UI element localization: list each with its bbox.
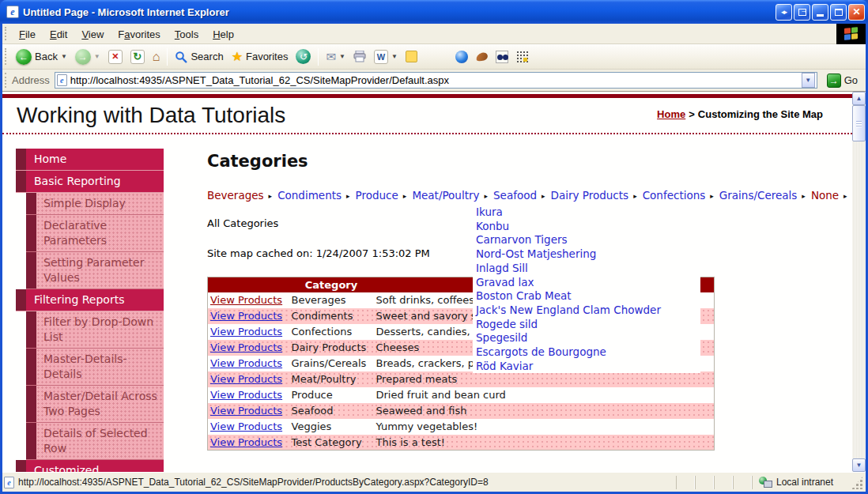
chevron-down-icon: ▼ <box>61 53 67 60</box>
header-dotted-divider <box>2 133 852 134</box>
toolbar-grip[interactable] <box>5 48 9 66</box>
search-button[interactable]: Search <box>171 48 227 66</box>
view-products-link[interactable]: View Products <box>210 341 282 353</box>
table-row-seafood: View ProductsSeafoodSeaweed and fish <box>208 403 715 419</box>
debugger-button[interactable] <box>512 48 532 65</box>
sidebar-item-declarative-parameters[interactable]: Declarative Parameters <box>26 215 164 252</box>
menu-edit[interactable]: Edit <box>43 26 74 43</box>
window-frame <box>0 24 2 494</box>
product-link-escargots-de-bourgogne[interactable]: Escargots de Bourgogne <box>476 345 606 358</box>
category-link-condiments[interactable]: Condiments <box>277 189 342 202</box>
sidebar-item-master-detail-across-two-pages[interactable]: Master/Detail Across Two Pages <box>26 386 164 423</box>
view-products-link[interactable]: View Products <box>210 420 282 432</box>
edit-with-word-button[interactable]: W ▼ <box>370 47 402 66</box>
sidebar-item-customized[interactable]: Customized <box>16 460 164 472</box>
sidebar-item-details-of-selected-row[interactable]: Details of Selected Row <box>26 423 164 460</box>
minimize-button[interactable] <box>812 4 828 21</box>
category-link-beverages[interactable]: Beverages <box>207 189 264 202</box>
menu-file[interactable]: File <box>12 26 43 43</box>
category-link-dairy-products[interactable]: Dairy Products <box>551 189 629 202</box>
scrollbar-thumb[interactable] <box>852 105 866 141</box>
sidebar-item-simple-display[interactable]: Simple Display <box>26 193 164 215</box>
scroll-down-button[interactable]: ▼ <box>852 458 866 472</box>
product-link-rogede-sild[interactable]: Rogede sild <box>476 318 538 330</box>
sidebar-item-label: Customized <box>26 460 164 472</box>
forward-button[interactable]: → ▼ <box>71 47 104 67</box>
category-link-produce[interactable]: Produce <box>356 189 398 202</box>
product-link-r-d-kaviar[interactable]: Röd Kaviar <box>476 360 533 372</box>
research-icon <box>496 51 508 63</box>
address-input[interactable]: e http://localhost:4935/ASPNET_Data_Tuto… <box>55 72 817 89</box>
favorites-button[interactable]: ★ Favorites <box>228 47 292 66</box>
product-link-jack-s-new-england-clam-chowder[interactable]: Jack's New England Clam Chowder <box>476 304 661 316</box>
sidebar-item-basic-reporting[interactable]: Basic Reporting <box>16 171 164 193</box>
view-products-link[interactable]: View Products <box>210 294 282 306</box>
menu-bar: FileEditViewFavoritesToolsHelp <box>2 24 866 44</box>
addon-button[interactable] <box>472 51 492 63</box>
sidebar-item-setting-parameter-values[interactable]: Setting Parameter Values <box>26 252 164 289</box>
close-button[interactable]: ✕ <box>848 4 865 21</box>
sidebar-accent-bar <box>26 311 36 348</box>
category-link-seafood[interactable]: Seafood <box>493 189 537 202</box>
refresh-button[interactable]: ↻ <box>126 47 149 66</box>
view-products-link[interactable]: View Products <box>210 310 282 322</box>
maximize-button[interactable] <box>830 4 847 21</box>
view-products-link[interactable]: View Products <box>210 373 282 385</box>
product-link-boston-crab-meat[interactable]: Boston Crab Meat <box>476 289 572 302</box>
view-products-link[interactable]: View Products <box>210 405 282 417</box>
sidebar-item-filtering-reports[interactable]: Filtering Reports <box>16 289 164 311</box>
stop-button[interactable]: ✕ <box>104 47 126 66</box>
view-products-link[interactable]: View Products <box>210 357 282 369</box>
view-products-link[interactable]: View Products <box>210 326 282 338</box>
menu-help[interactable]: Help <box>206 26 241 43</box>
sidebar-item-home[interactable]: Home <box>16 149 164 171</box>
title-bar[interactable]: e Untitled Page - Microsoft Internet Exp… <box>0 0 868 24</box>
breadcrumb-home-link[interactable]: Home <box>657 108 685 120</box>
category-link-none[interactable]: None <box>811 189 839 202</box>
category-cell: Produce <box>289 387 374 403</box>
category-cell: Veggies <box>289 419 374 435</box>
sidebar-item-filter-by-drop-down-list[interactable]: Filter by Drop-Down List <box>26 311 164 349</box>
sidebar-item-label: Filtering Reports <box>26 289 164 311</box>
resize-grip[interactable] <box>851 475 864 489</box>
home-button[interactable]: ⌂ <box>149 47 164 66</box>
view-products-link[interactable]: View Products <box>210 389 282 401</box>
product-link-gravad-lax[interactable]: Gravad lax <box>476 276 534 288</box>
toolbar-separator <box>318 48 319 66</box>
product-link-konbu[interactable]: Konbu <box>476 220 509 232</box>
menu-favorites[interactable]: Favorites <box>111 26 167 43</box>
view-products-link[interactable]: View Products <box>210 436 282 448</box>
back-button[interactable]: ← Back ▼ <box>12 47 71 67</box>
category-link-grains-cereals[interactable]: Grains/Cereals <box>719 189 798 202</box>
actions-column-header <box>208 277 289 292</box>
product-link-carnarvon-tigers[interactable]: Carnarvon Tigers <box>476 233 568 246</box>
address-dropdown-button[interactable]: ▼ <box>802 73 815 88</box>
refresh-icon: ↻ <box>130 50 145 64</box>
product-link-nord-ost-matjeshering[interactable]: Nord-Ost Matjeshering <box>476 247 596 260</box>
go-button[interactable]: → Go <box>824 73 861 89</box>
product-menu-item: Escargots de Bourgogne <box>476 345 700 360</box>
research-button[interactable] <box>492 48 512 66</box>
print-button[interactable] <box>349 48 370 65</box>
resize-horizontal-button[interactable]: ◂▸ <box>776 4 792 21</box>
popout-button[interactable] <box>794 4 810 21</box>
category-link-confections[interactable]: Confections <box>643 189 706 202</box>
messenger-button[interactable] <box>451 48 472 66</box>
product-link-inlagd-sill[interactable]: Inlagd Sill <box>476 262 528 274</box>
product-link-ikura[interactable]: Ikura <box>476 206 503 218</box>
category-link-meat-poultry[interactable]: Meat/Poultry <box>412 189 479 202</box>
toolbar-grip[interactable] <box>5 27 9 41</box>
sidebar-item-master-details-details[interactable]: Master-Details-Details <box>26 349 164 386</box>
scroll-up-button[interactable]: ▲ <box>852 92 866 105</box>
menu-view[interactable]: View <box>74 26 111 43</box>
category-cell: Condiments <box>289 308 374 324</box>
mail-button[interactable]: ✉ ▼ <box>322 47 349 66</box>
menu-tools[interactable]: Tools <box>168 26 206 43</box>
toolbar-separator <box>167 48 168 66</box>
toolbar-grip[interactable] <box>5 73 9 88</box>
product-link-spegesild[interactable]: Spegesild <box>476 331 527 344</box>
messenger-sphere-icon <box>455 51 468 63</box>
history-button[interactable]: ↺ <box>292 47 315 66</box>
vertical-scrollbar[interactable]: ▲ ▼ <box>852 92 866 472</box>
discuss-button[interactable] <box>402 48 421 65</box>
